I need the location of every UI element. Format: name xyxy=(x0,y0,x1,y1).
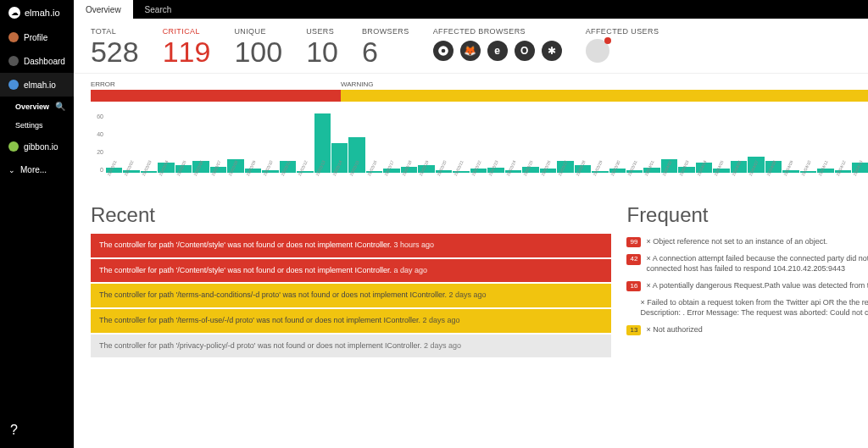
sidebar-sub-overview[interactable]: Overview 🔍 xyxy=(0,97,74,116)
brand-text: elmah.io xyxy=(25,8,60,18)
frequent-text: Not authorized xyxy=(646,325,702,335)
sidebar-item-elmah[interactable]: elmah.io xyxy=(0,73,74,97)
ie-icon: e xyxy=(487,41,508,61)
tab-search[interactable]: Search xyxy=(133,0,184,19)
recent-item[interactable]: The controller for path '/Content/style'… xyxy=(91,259,612,283)
sidebar-label: elmah.io xyxy=(24,80,56,90)
site-icon xyxy=(8,141,19,152)
stat-label: UNIQUE xyxy=(234,27,282,36)
sidebar-label: Dashboard xyxy=(24,57,65,66)
main-content: Overview Search TOTAL 528 CRITICAL 119 U… xyxy=(74,0,868,448)
sev-warning: WARNING xyxy=(341,80,868,88)
stat-affected-browsers: AFFECTED BROWSERS 🦊 e O ✱ xyxy=(433,27,562,61)
stats-row: TOTAL 528 CRITICAL 119 UNIQUE 100 USERS … xyxy=(74,19,868,74)
recent-item[interactable]: The controller for path '/terms-and-cond… xyxy=(91,284,612,307)
sidebar-item-dashboard[interactable]: Dashboard xyxy=(0,49,74,73)
profile-icon xyxy=(8,32,19,42)
stat-value: 100 xyxy=(234,37,282,66)
panel-title: Recent xyxy=(91,203,612,227)
firefox-icon: 🦊 xyxy=(460,41,481,61)
opera-icon: O xyxy=(515,41,535,61)
chrome-icon xyxy=(433,41,453,61)
cloud-icon: ☁ xyxy=(8,7,20,19)
stat-label: BROWSERS xyxy=(362,27,409,36)
frequent-text: Object reference not set to an instance … xyxy=(646,237,827,247)
stat-label: USERS xyxy=(306,27,338,36)
stat-users: USERS 10 xyxy=(306,27,338,66)
sidebar: ☁ elmah.io Profile Dashboard elmah.io Ov… xyxy=(0,0,74,448)
sub-label: Settings xyxy=(15,121,43,130)
frequent-panel: Frequent 99Object reference not set to a… xyxy=(626,203,868,359)
stat-label: AFFECTED BROWSERS xyxy=(433,27,562,36)
stat-value: 6 xyxy=(362,37,409,66)
severity-bar[interactable] xyxy=(91,90,868,102)
frequent-item[interactable]: 13Not authorized xyxy=(626,322,868,339)
frequent-text: Failed to obtain a request token from th… xyxy=(640,298,868,318)
frequent-item[interactable]: 16A potentially dangerous Request.Path v… xyxy=(626,278,868,295)
stat-affected-users: AFFECTED USERS xyxy=(586,27,659,63)
stat-total: TOTAL 528 xyxy=(91,27,139,66)
recent-panel: Recent The controller for path '/Content… xyxy=(91,203,612,359)
other-browser-icon: ✱ xyxy=(542,41,562,61)
recent-item[interactable]: The controller for path '/terms-of-use/-… xyxy=(91,309,612,333)
frequent-text: A connection attempt failed because the … xyxy=(646,254,868,274)
y-axis: 6040200 xyxy=(91,113,103,173)
frequent-item[interactable]: 42A connection attempt failed because th… xyxy=(626,251,868,277)
panel-title: Frequent xyxy=(626,203,868,227)
tab-overview[interactable]: Overview xyxy=(74,0,133,19)
sidebar-label: More... xyxy=(20,165,47,174)
sub-label: Overview xyxy=(15,102,49,111)
x-axis: 20/03/0120/03/0220/03/0320/03/0420/03/05… xyxy=(91,174,868,193)
count-badge: 16 xyxy=(626,281,641,291)
site-icon xyxy=(8,80,19,90)
count-badge: 13 xyxy=(626,325,641,335)
stat-label: TOTAL xyxy=(91,27,139,36)
stat-browsers: BROWSERS 6 xyxy=(362,27,409,66)
chart: 6040200 20/03/0120/03/0220/03/0320/03/04… xyxy=(74,110,868,198)
avatar[interactable] xyxy=(586,39,609,63)
count-badge: 42 xyxy=(626,254,641,264)
stat-value: 10 xyxy=(306,37,338,66)
recent-item[interactable]: The controller for path '/Content/style'… xyxy=(91,234,612,257)
sidebar-label: Profile xyxy=(24,33,47,42)
severity-labels: ERROR WARNING INFORMATION DEBUG VERBOSE xyxy=(74,74,868,90)
stat-label: AFFECTED USERS xyxy=(586,27,659,36)
stat-critical: CRITICAL 119 xyxy=(163,27,211,66)
help-button[interactable]: ? xyxy=(0,412,74,448)
sev-error: ERROR xyxy=(91,80,341,88)
frequent-item[interactable]: 99Object reference not set to an instanc… xyxy=(626,234,868,251)
severity-segment[interactable] xyxy=(91,90,341,102)
tabs: Overview Search xyxy=(74,0,868,19)
stat-value: 119 xyxy=(163,37,211,66)
dashboard-icon xyxy=(8,56,19,66)
sidebar-label: gibbon.io xyxy=(24,142,58,152)
chevron-down-icon: ⌄ xyxy=(8,166,15,174)
frequent-text: A potentially dangerous Request.Path val… xyxy=(646,281,868,291)
brand-logo[interactable]: ☁ elmah.io xyxy=(0,0,74,25)
sidebar-item-more[interactable]: ⌄ More... xyxy=(0,158,74,181)
severity-segment[interactable] xyxy=(341,90,868,102)
sidebar-item-profile[interactable]: Profile xyxy=(0,25,74,49)
stat-value: 528 xyxy=(91,37,139,66)
sidebar-sub-settings[interactable]: Settings xyxy=(0,116,74,135)
search-icon[interactable]: 🔍 xyxy=(55,102,65,111)
panels: Recent The controller for path '/Content… xyxy=(74,198,868,368)
sidebar-item-gibbon[interactable]: gibbon.io xyxy=(0,135,74,158)
stat-label: CRITICAL xyxy=(163,27,211,36)
svg-point-1 xyxy=(441,49,445,53)
count-badge: 99 xyxy=(626,237,641,247)
recent-item[interactable]: The controller for path '/privacy-policy… xyxy=(91,335,612,358)
stat-unique: UNIQUE 100 xyxy=(234,27,282,66)
frequent-item[interactable]: Failed to obtain a request token from th… xyxy=(626,295,868,321)
